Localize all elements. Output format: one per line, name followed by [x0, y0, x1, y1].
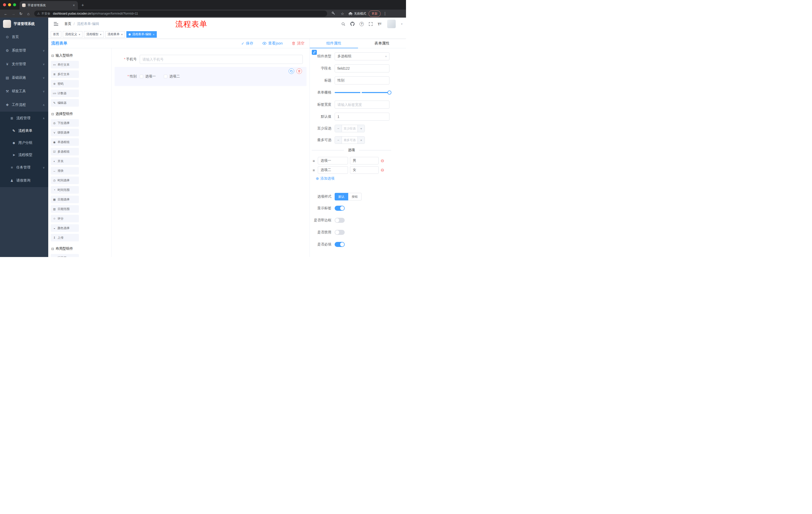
tag-close-icon[interactable]: × — [79, 33, 80, 36]
label-width-input[interactable] — [335, 101, 389, 109]
decrease-button[interactable]: − — [335, 137, 342, 143]
font-size-icon[interactable]: TT — [378, 22, 381, 26]
tag-close-icon[interactable]: × — [153, 33, 154, 36]
tag-close-icon[interactable]: × — [100, 33, 101, 36]
tab-component-props[interactable]: 组件属性 — [310, 39, 358, 48]
update-button[interactable]: 更新 — [369, 10, 381, 17]
show-label-toggle[interactable] — [335, 206, 345, 211]
border-toggle[interactable] — [335, 218, 345, 223]
bookmark-star-icon[interactable]: ☆ — [339, 12, 346, 16]
link-icon-button[interactable] — [312, 50, 317, 55]
minimize-window-button[interactable] — [8, 3, 11, 6]
increase-button[interactable]: + — [357, 125, 365, 132]
sidebar-item-home[interactable]: ⊙ 首页 — [0, 30, 48, 44]
add-option-button[interactable]: ⊕ 添加选项 — [316, 176, 391, 181]
palette-item-upload[interactable]: ↥上传 — [51, 234, 79, 241]
avatar-chevron-down-icon[interactable]: ▾ — [401, 22, 403, 26]
palette-item-radio-group[interactable]: ◉单选框组 — [51, 138, 79, 146]
canvas-field-gender-selected[interactable]: 性别 选项一 选项二 — [115, 67, 307, 86]
help-icon[interactable]: ? — [359, 22, 364, 26]
palette-item-single-text[interactable]: ▭单行文本 — [51, 61, 79, 69]
style-default-button[interactable]: 默认 — [335, 193, 348, 200]
breadcrumb-home[interactable]: 首页 — [64, 22, 71, 26]
option-value-input[interactable] — [350, 157, 379, 164]
tag-close-icon[interactable]: × — [121, 33, 123, 36]
sidebar-item-devtools[interactable]: ⚒ 研发工具 ∨ — [0, 84, 48, 98]
canvas-field-phone[interactable]: 手机号 — [115, 55, 307, 64]
sidebar-item-task-management[interactable]: ≡ 任务管理 ∨ — [0, 161, 48, 174]
phone-input[interactable] — [140, 55, 303, 64]
avatar[interactable] — [387, 20, 396, 28]
form-canvas[interactable]: 手机号 — [112, 48, 310, 257]
default-value-input[interactable] — [335, 113, 389, 121]
palette-item-row-container[interactable]: ▣行容器 — [51, 254, 79, 257]
back-icon[interactable]: ← — [2, 12, 9, 16]
new-tab-button[interactable]: + — [81, 3, 84, 8]
view-json-button[interactable]: 查看json — [262, 41, 283, 46]
sidebar-item-process-form[interactable]: ✎ 流程表单 — [0, 125, 48, 137]
slider-handle[interactable] — [387, 90, 392, 94]
address-bar[interactable]: ⚠ 不安全 dashboard.yudao.iocoder.cn/bpm/man… — [34, 10, 327, 17]
copy-widget-button[interactable] — [289, 69, 294, 74]
gender-option1-checkbox[interactable]: 选项一 — [140, 74, 156, 79]
save-button[interactable]: ✓ 保存 — [241, 41, 254, 46]
component-type-select[interactable]: 多选框组 ▾ — [335, 52, 389, 60]
option-label-input[interactable] — [318, 166, 348, 174]
min-select-placeholder[interactable]: 至少应选 — [342, 125, 357, 132]
remove-option-icon[interactable]: ⊖ — [381, 168, 384, 172]
tab-close-icon[interactable]: × — [72, 3, 76, 7]
increase-button[interactable]: + — [357, 137, 365, 143]
sidebar-item-system[interactable]: ⚙ 系统管理 ∨ — [0, 44, 48, 57]
palette-item-rate[interactable]: ☆评分 — [51, 215, 79, 222]
browser-tab[interactable]: 芋道管理系统 × — [20, 1, 78, 9]
delete-widget-button[interactable] — [296, 69, 302, 74]
palette-item-slider[interactable]: ↔滑块 — [51, 167, 79, 174]
sidebar-item-user-group[interactable]: ☻ 用户分组 — [0, 137, 48, 149]
forward-icon[interactable]: → — [10, 12, 17, 16]
clear-button[interactable]: 清空 — [292, 41, 304, 46]
style-button-button[interactable]: 按钮 — [348, 193, 361, 200]
title-input[interactable] — [335, 77, 389, 84]
palette-item-date-range[interactable]: ▥日期范围 — [51, 205, 79, 213]
option-value-input[interactable] — [350, 166, 379, 174]
browser-menu-icon[interactable]: ⋮ — [383, 11, 387, 16]
tag-home[interactable]: 首页 — [51, 31, 61, 38]
sidebar-item-payment[interactable]: ¥ 支付管理 ∨ — [0, 57, 48, 71]
option-label-input[interactable] — [318, 157, 348, 164]
palette-item-cascader[interactable]: ⋎级联选择 — [51, 129, 79, 136]
required-toggle[interactable] — [335, 242, 345, 247]
maximize-window-button[interactable] — [13, 3, 16, 6]
palette-item-time-picker[interactable]: ◷时间选择 — [51, 177, 79, 184]
tag-process-form[interactable]: 流程表单 × — [105, 31, 125, 38]
tab-form-props[interactable]: 表单属性 — [358, 39, 406, 48]
sidebar-item-process-management[interactable]: ≣ 流程管理 ∧ — [0, 112, 48, 125]
reload-icon[interactable]: ↻ — [18, 12, 24, 16]
sidebar-item-process-model[interactable]: ➤ 流程模型 — [0, 149, 48, 161]
password-key-icon[interactable] — [330, 11, 337, 16]
sidebar-item-infra[interactable]: ▤ 基础设施 ∨ — [0, 71, 48, 84]
tag-process-model[interactable]: 流程模型 × — [84, 31, 104, 38]
security-label[interactable]: 不安全 — [41, 11, 51, 16]
palette-item-password[interactable]: ⊛密码 — [51, 80, 79, 87]
palette-item-multiline-text[interactable]: ≣多行文本 — [51, 71, 79, 78]
disabled-toggle[interactable] — [335, 230, 345, 235]
sidebar-item-leave-query[interactable]: ♟ 请假查询 — [0, 174, 48, 187]
grid-slider[interactable] — [335, 88, 389, 97]
github-icon[interactable] — [350, 22, 355, 26]
palette-item-time-range[interactable]: ◔时间范围 — [51, 186, 79, 194]
drag-handle-icon[interactable]: ≡ — [312, 159, 316, 163]
remove-option-icon[interactable]: ⊖ — [381, 159, 384, 163]
palette-item-date-picker[interactable]: ▦日期选择 — [51, 196, 79, 203]
tag-process-definition[interactable]: 流程定义 × — [63, 31, 82, 38]
palette-item-select[interactable]: ◎下拉选择 — [51, 119, 79, 127]
drag-handle-icon[interactable]: ≡ — [312, 168, 316, 172]
palette-item-counter[interactable]: 123计数器 — [51, 89, 79, 97]
palette-item-checkbox-group[interactable]: ☑多选框组 — [51, 148, 79, 155]
gender-option2-checkbox[interactable]: 选项二 — [164, 74, 180, 79]
palette-item-switch[interactable]: ◐开关 — [51, 157, 79, 165]
sidebar-item-workflow[interactable]: ❖ 工作流程 ∧ — [0, 98, 48, 112]
palette-item-color-picker[interactable]: ◒颜色选择 — [51, 224, 79, 232]
home-icon[interactable]: ⌂ — [25, 12, 32, 16]
decrease-button[interactable]: − — [335, 125, 342, 132]
close-window-button[interactable] — [3, 3, 6, 6]
